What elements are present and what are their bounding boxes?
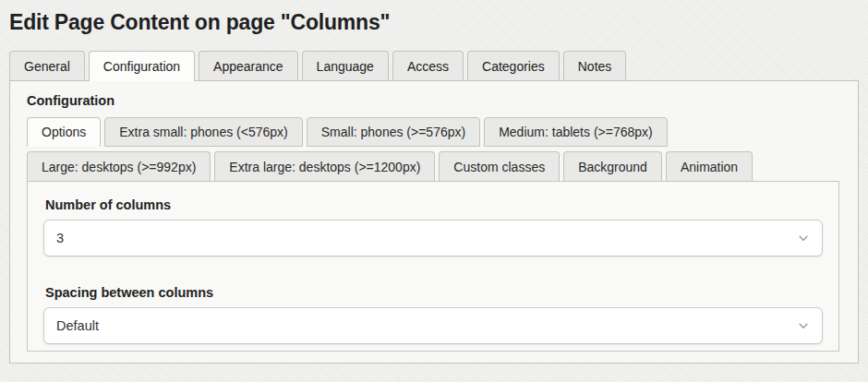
main-tab-bar: General Configuration Appearance Languag… <box>9 51 859 80</box>
subtab-bar-row-2: Large: desktops (>=992px) Extra large: d… <box>27 151 839 181</box>
options-subtab-panel: Number of columns 3 Spacing between colu… <box>27 181 839 352</box>
tab-appearance[interactable]: Appearance <box>199 51 298 80</box>
subtab-extra-small[interactable]: Extra small: phones (<576px) <box>104 117 302 147</box>
number-of-columns-select[interactable]: 3 <box>43 220 823 257</box>
subtab-medium[interactable]: Medium: tablets (>=768px) <box>484 117 668 147</box>
spacing-between-columns-label: Spacing between columns <box>45 284 823 301</box>
subtab-extra-large[interactable]: Extra large: desktops (>=1200px) <box>214 151 435 181</box>
tab-language[interactable]: Language <box>302 51 389 80</box>
subtab-background[interactable]: Background <box>563 151 662 181</box>
spacing-between-columns-value: Default <box>56 318 99 333</box>
subtab-options[interactable]: Options <box>27 117 101 147</box>
subtab-small[interactable]: Small: phones (>=576px) <box>307 117 480 147</box>
number-of-columns-label: Number of columns <box>45 197 823 213</box>
subtab-custom-classes[interactable]: Custom classes <box>439 151 560 181</box>
subtab-animation[interactable]: Animation <box>666 151 753 181</box>
subtab-bar-row-1: Options Extra small: phones (<576px) Sma… <box>27 117 839 147</box>
page-title: Edit Page Content on page "Columns" <box>9 9 859 35</box>
spacing-between-columns-field: Spacing between columns Default <box>43 284 823 344</box>
tab-access[interactable]: Access <box>392 51 464 80</box>
tab-notes[interactable]: Notes <box>563 51 627 80</box>
spacing-between-columns-select[interactable]: Default <box>43 307 823 344</box>
tab-categories[interactable]: Categories <box>467 51 560 80</box>
tab-configuration[interactable]: Configuration <box>89 51 195 80</box>
subtab-large[interactable]: Large: desktops (>=992px) <box>27 151 211 181</box>
number-of-columns-value: 3 <box>56 231 64 245</box>
number-of-columns-field: Number of columns 3 <box>43 197 823 257</box>
chevron-down-icon <box>797 232 810 245</box>
configuration-tab-panel: Configuration Options Extra small: phone… <box>9 80 859 364</box>
tab-general[interactable]: General <box>9 51 85 80</box>
chevron-down-icon <box>797 319 810 332</box>
configuration-section-heading: Configuration <box>27 93 839 108</box>
